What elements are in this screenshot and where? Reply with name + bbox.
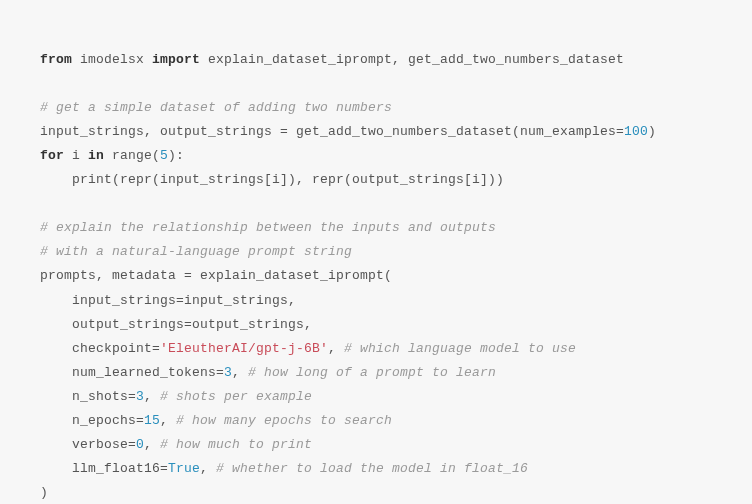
code-line: verbose= [40,437,136,452]
paren: ) [648,124,656,139]
keyword-import: import [152,52,200,67]
keyword-for: for [40,148,64,163]
number-literal: 15 [144,413,160,428]
code-line: n_shots= [40,389,136,404]
comma: , [232,365,248,380]
number-literal: 100 [624,124,648,139]
range-call: range( [104,148,160,163]
import-names: explain_dataset_iprompt, get_add_two_num… [200,52,624,67]
comment: # which language model to use [344,341,576,356]
comment: # shots per example [160,389,312,404]
comment: # get a simple dataset of adding two num… [40,100,392,115]
bool-literal: True [168,461,200,476]
number-literal: 3 [136,389,144,404]
code-line: input_strings, output_strings = get_add_… [40,124,624,139]
number-literal: 3 [224,365,232,380]
code-block: from imodelsx import explain_dataset_ipr… [40,24,712,504]
comment: # how many epochs to search [176,413,392,428]
comment: # with a natural-language prompt string [40,244,352,259]
code-line: print(repr(input_strings[i]), repr(outpu… [40,172,504,187]
number-literal: 0 [136,437,144,452]
number-literal: 5 [160,148,168,163]
comma: , [160,413,176,428]
comment: # whether to load the model in float_16 [216,461,528,476]
comma: , [144,437,160,452]
code-line: checkpoint= [40,341,160,356]
comma: , [200,461,216,476]
string-literal: 'EleutherAI/gpt-j-6B' [160,341,328,356]
code-line: num_learned_tokens= [40,365,224,380]
code-line: llm_float16= [40,461,168,476]
module-name: imodelsx [72,52,152,67]
colon: ): [168,148,184,163]
code-line: prompts, metadata = explain_dataset_ipro… [40,268,392,283]
comment: # how much to print [160,437,312,452]
keyword-in: in [88,148,104,163]
keyword-from: from [40,52,72,67]
code-line: input_strings=input_strings, [40,293,296,308]
comma: , [328,341,344,356]
code-line: output_strings=output_strings, [40,317,312,332]
paren: ) [40,485,48,500]
comment: # explain the relationship between the i… [40,220,496,235]
comment: # how long of a prompt to learn [248,365,496,380]
var: i [64,148,88,163]
comma: , [144,389,160,404]
code-line: n_epochs= [40,413,144,428]
